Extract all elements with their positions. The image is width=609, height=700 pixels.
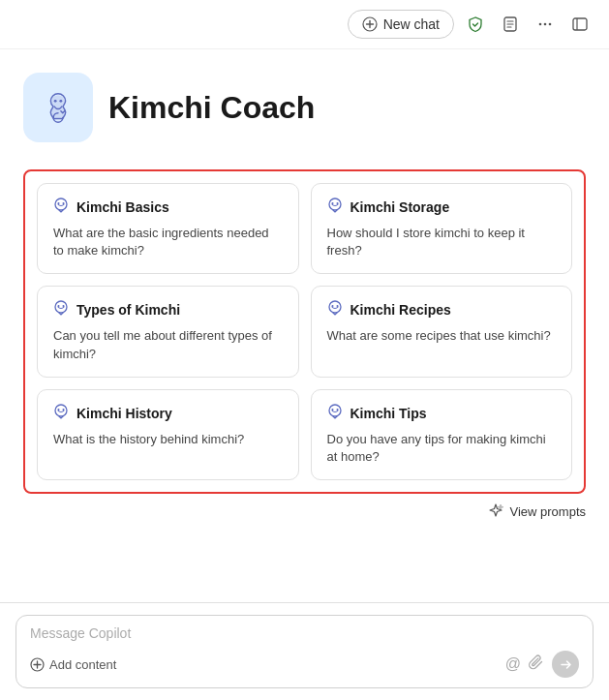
- prompt-title: Kimchi Tips: [350, 406, 427, 421]
- note-icon[interactable]: [497, 11, 524, 38]
- prompts-grid: Kimchi Basics What are the basic ingredi…: [37, 183, 572, 480]
- prompt-chat-icon: [53, 404, 69, 423]
- svg-rect-10: [573, 18, 587, 30]
- agent-header: Kimchi Coach: [23, 73, 586, 142]
- toolbar: New chat: [0, 0, 609, 49]
- new-chat-button[interactable]: New chat: [348, 10, 454, 39]
- svg-point-18: [331, 202, 333, 204]
- prompt-chat-icon: [53, 300, 69, 320]
- prompt-title: Kimchi Storage: [350, 199, 450, 215]
- view-prompts-row: View prompts: [23, 494, 586, 523]
- svg-point-16: [63, 202, 65, 204]
- send-button[interactable]: [552, 651, 579, 678]
- add-content-button[interactable]: Add content: [30, 657, 116, 672]
- prompt-card[interactable]: Kimchi Storage How should I store kimchi…: [311, 183, 573, 274]
- prompt-chat-icon: [327, 300, 343, 320]
- prompt-card-title: Kimchi Recipes: [327, 300, 557, 320]
- prompt-card-title: Types of Kimchi: [53, 300, 283, 320]
- prompt-card-text: Can you tell me about different types of…: [53, 327, 283, 362]
- prompts-container: Kimchi Basics What are the basic ingredi…: [23, 169, 586, 494]
- view-prompts-button[interactable]: View prompts: [488, 503, 586, 519]
- svg-point-9: [549, 23, 552, 26]
- prompt-card-text: What is the history behind kimchi?: [53, 431, 283, 448]
- svg-point-28: [63, 409, 65, 411]
- svg-point-23: [329, 301, 341, 313]
- more-options-icon[interactable]: [532, 11, 559, 38]
- input-right-icons: @: [505, 651, 579, 678]
- add-content-label: Add content: [49, 657, 116, 672]
- svg-point-24: [331, 305, 333, 307]
- prompt-card-title: Kimchi History: [53, 404, 283, 423]
- prompt-card-text: How should I store kimchi to keep it fre…: [327, 225, 557, 259]
- mention-icon[interactable]: @: [505, 655, 521, 673]
- input-actions: Add content @: [30, 651, 579, 678]
- svg-point-22: [63, 305, 65, 307]
- prompt-card-text: What are the basic ingredients needed to…: [53, 225, 283, 259]
- prompt-card-title: Kimchi Tips: [327, 404, 557, 423]
- prompt-chat-icon: [327, 404, 343, 423]
- plus-circle-icon: [362, 16, 378, 32]
- svg-point-17: [329, 198, 341, 210]
- attach-icon[interactable]: [529, 654, 544, 674]
- agent-name: Kimchi Coach: [108, 90, 315, 126]
- svg-point-7: [539, 23, 542, 26]
- prompt-card[interactable]: Kimchi Recipes What are some recipes tha…: [311, 286, 573, 377]
- svg-point-8: [544, 23, 547, 26]
- agent-avatar: [23, 73, 93, 142]
- svg-point-25: [336, 305, 338, 307]
- sparkle-icon: [488, 503, 503, 519]
- prompt-card[interactable]: Kimchi History What is the history behin…: [37, 389, 299, 480]
- input-area: Message Copilot Add content @: [0, 602, 609, 700]
- prompt-card[interactable]: Kimchi Basics What are the basic ingredi…: [37, 183, 299, 274]
- svg-point-13: [59, 100, 62, 103]
- svg-point-27: [58, 409, 60, 411]
- prompt-card-text: Do you have any tips for making kimchi a…: [327, 431, 557, 466]
- shield-icon[interactable]: [462, 11, 489, 38]
- svg-point-30: [331, 409, 333, 411]
- prompt-card-text: What are some recipes that use kimchi?: [327, 327, 557, 345]
- prompt-card-title: Kimchi Storage: [327, 198, 557, 217]
- sidebar-toggle-icon[interactable]: [566, 11, 594, 38]
- prompt-card-title: Kimchi Basics: [53, 198, 283, 217]
- prompt-chat-icon: [53, 198, 69, 217]
- agent-avatar-icon: [39, 88, 77, 127]
- prompt-title: Kimchi Recipes: [350, 302, 451, 318]
- svg-point-20: [55, 301, 67, 313]
- new-chat-label: New chat: [383, 16, 440, 32]
- prompt-chat-icon: [327, 198, 343, 217]
- view-prompts-label: View prompts: [509, 504, 586, 519]
- svg-point-14: [55, 198, 67, 210]
- input-placeholder[interactable]: Message Copilot: [30, 625, 579, 641]
- svg-point-15: [58, 202, 60, 204]
- svg-point-26: [55, 405, 67, 416]
- svg-point-31: [336, 409, 338, 411]
- svg-point-29: [329, 405, 341, 416]
- prompt-card[interactable]: Types of Kimchi Can you tell me about di…: [37, 286, 299, 377]
- main-content: Kimchi Coach Kimchi Basics What are the …: [0, 49, 609, 602]
- svg-point-19: [336, 202, 338, 204]
- plus-circle-small-icon: [30, 657, 45, 672]
- prompt-card[interactable]: Kimchi Tips Do you have any tips for mak…: [311, 389, 573, 480]
- svg-point-12: [54, 100, 57, 103]
- prompt-title: Types of Kimchi: [76, 302, 180, 318]
- input-box: Message Copilot Add content @: [15, 615, 594, 688]
- prompt-title: Kimchi History: [76, 406, 172, 421]
- prompt-title: Kimchi Basics: [76, 199, 169, 215]
- svg-point-21: [58, 305, 60, 307]
